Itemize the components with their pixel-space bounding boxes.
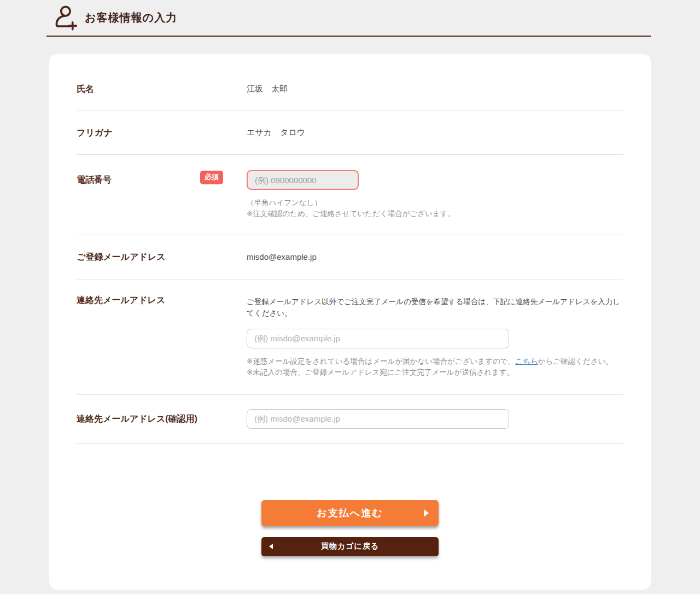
arrow-right-icon xyxy=(424,509,429,517)
contact-email-confirm-input[interactable] xyxy=(247,409,509,429)
name-label: 氏名 xyxy=(77,84,94,94)
here-link[interactable]: こちら xyxy=(515,357,538,365)
proceed-button-label: お支払へ進む xyxy=(317,508,383,519)
blank-note: ※未記入の場合、ご登録メールアドレス宛にご注文完了メールが送信されます。 xyxy=(247,367,623,378)
content-cell: 江坂 太郎 xyxy=(247,84,623,94)
contact-email-description: ご登録メールアドレス以外でご注文完了メールの受信を希望する場合は、下記に連絡先メ… xyxy=(247,296,623,319)
actions-area: お支払へ進む 買物カゴに戻る xyxy=(49,444,651,590)
phone-notes: （半角ハイフンなし） ※注文確認のため、ご連絡させていただく場合がございます。 xyxy=(247,197,623,219)
content-cell: misdo@example.jp xyxy=(247,252,623,262)
registered-email-label: ご登録メールアドレス xyxy=(77,252,166,262)
spam-note: ※迷惑メール設定をされている場合はメールが届かない場合がございますので、こちらか… xyxy=(247,356,623,367)
label-cell: 氏名 xyxy=(77,84,247,94)
furigana-value: エサカ タロウ xyxy=(247,127,305,137)
contact-email-confirm-label: 連絡先メールアドレス(確認用) xyxy=(77,414,197,424)
registered-email-value: misdo@example.jp xyxy=(247,252,317,261)
label-cell: 電話番号 必須 xyxy=(77,170,247,185)
label-cell: 連絡先メールアドレス xyxy=(77,295,247,305)
phone-input[interactable] xyxy=(247,170,359,190)
spam-note-after: からご確認ください。 xyxy=(538,357,613,365)
row-contact-email-confirm: 連絡先メールアドレス(確認用) xyxy=(77,395,623,444)
row-phone: 電話番号 必須 （半角ハイフンなし） ※注文確認のため、ご連絡させていただく場合… xyxy=(77,155,623,235)
contact-email-notes: ※迷惑メール設定をされている場合はメールが届かない場合がございますので、こちらか… xyxy=(247,356,623,378)
page-header: お客様情報の入力 xyxy=(46,0,651,37)
content-cell xyxy=(247,409,623,429)
person-plus-icon xyxy=(53,5,77,31)
arrow-left-icon xyxy=(269,544,273,549)
phone-note-format: （半角ハイフンなし） xyxy=(247,197,623,208)
row-furigana: フリガナ エサカ タロウ xyxy=(77,111,623,155)
furigana-label: フリガナ xyxy=(77,127,113,138)
page-title: お客様情報の入力 xyxy=(85,10,177,25)
content-cell: エサカ タロウ xyxy=(247,127,623,138)
spam-note-before: ※迷惑メール設定をされている場合はメールが届かない場合がございますので、 xyxy=(247,357,515,365)
row-registered-email: ご登録メールアドレス misdo@example.jp xyxy=(77,235,623,279)
proceed-to-payment-button[interactable]: お支払へ進む xyxy=(261,500,439,526)
contact-email-input[interactable] xyxy=(247,329,509,348)
label-cell: フリガナ xyxy=(77,127,247,138)
label-cell: ご登録メールアドレス xyxy=(77,252,247,262)
row-contact-email: 連絡先メールアドレス ご登録メールアドレス以外でご注文完了メールの受信を希望する… xyxy=(77,279,623,395)
customer-info-card: 氏名 江坂 太郎 フリガナ エサカ タロウ 電話番号 必須 （半角ハイフンなし）… xyxy=(49,54,651,590)
required-badge: 必須 xyxy=(200,171,223,184)
content-cell: ご登録メールアドレス以外でご注文完了メールの受信を希望する場合は、下記に連絡先メ… xyxy=(247,295,623,378)
phone-label: 電話番号 xyxy=(77,170,112,185)
row-name: 氏名 江坂 太郎 xyxy=(77,67,623,111)
contact-email-label: 連絡先メールアドレス xyxy=(77,295,165,305)
phone-note-contact: ※注文確認のため、ご連絡させていただく場合がございます。 xyxy=(247,208,623,219)
back-to-cart-button[interactable]: 買物カゴに戻る xyxy=(261,537,439,556)
content-cell: （半角ハイフンなし） ※注文確認のため、ご連絡させていただく場合がございます。 xyxy=(247,170,623,219)
name-value: 江坂 太郎 xyxy=(247,84,288,93)
label-cell: 連絡先メールアドレス(確認用) xyxy=(77,414,247,424)
back-button-label: 買物カゴに戻る xyxy=(321,541,379,550)
